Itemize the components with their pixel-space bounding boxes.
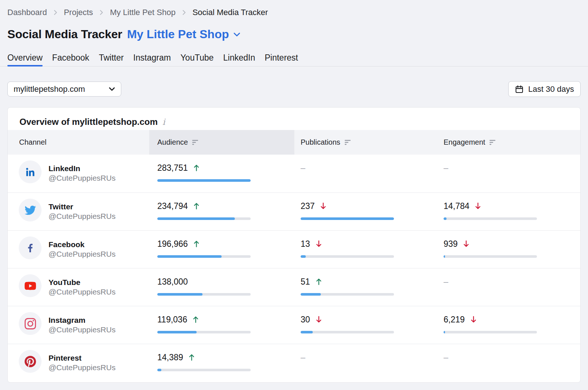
channel-handle[interactable]: @CutePuppiesRUs — [49, 325, 115, 334]
table-row: YouTube@CutePuppiesRUs138,00051– — [8, 268, 580, 306]
facebook-icon — [25, 242, 36, 254]
audience-bar — [157, 293, 251, 296]
table-body: LinkedIn@CutePuppiesRUs283,751––Twitter@… — [8, 155, 580, 382]
tabs-bar: OverviewFacebookTwitterInstagramYouTubeL… — [0, 53, 588, 66]
twitter-icon — [25, 205, 36, 216]
overview-card: Overview of mylittlepetshop.com i Channe… — [7, 107, 581, 383]
audience-bar — [157, 255, 251, 258]
breadcrumb: DashboardProjectsMy Little Pet ShopSocia… — [7, 0, 581, 17]
channel-avatar — [19, 350, 42, 373]
audience-value: 234,794 — [157, 201, 188, 211]
table-row: LinkedIn@CutePuppiesRUs283,751–– — [8, 155, 580, 192]
date-range-label: Last 30 days — [528, 84, 574, 94]
trend-down-icon — [463, 240, 469, 248]
date-range-button[interactable]: Last 30 days — [508, 81, 581, 97]
audience-value: 119,036 — [157, 315, 187, 325]
publications-value: 13 — [301, 239, 310, 249]
audience-value: 14,389 — [157, 353, 183, 362]
engagement-value: 6,219 — [444, 315, 465, 325]
project-name: My Little Pet Shop — [127, 28, 229, 41]
domain-select-value: mylittlepetshop.com — [14, 84, 85, 94]
channel-name: LinkedIn — [49, 164, 115, 173]
column-header-audience[interactable]: Audience — [149, 130, 294, 155]
sort-icon — [192, 140, 199, 145]
sort-icon — [490, 140, 496, 145]
breadcrumb-item[interactable]: Dashboard — [7, 8, 47, 17]
page-title: Social Media Tracker — [7, 28, 122, 41]
engagement-value: 939 — [444, 239, 458, 249]
breadcrumb-separator-icon — [100, 10, 103, 15]
tab-pinterest[interactable]: Pinterest — [265, 53, 298, 66]
engagement-empty: – — [444, 353, 448, 362]
breadcrumb-item[interactable]: My Little Pet Shop — [110, 8, 176, 17]
channel-name: YouTube — [49, 278, 115, 287]
trend-up-icon — [193, 202, 200, 210]
channel-handle[interactable]: @CutePuppiesRUs — [49, 249, 115, 259]
column-header-channel: Channel — [8, 130, 149, 155]
domain-select[interactable]: mylittlepetshop.com — [7, 82, 121, 97]
publications-bar — [301, 255, 394, 258]
tab-linkedin[interactable]: LinkedIn — [223, 53, 255, 66]
tab-overview[interactable]: Overview — [7, 53, 43, 66]
table-row: Twitter@CutePuppiesRUs234,79423714,784 — [8, 192, 580, 230]
project-selector[interactable]: My Little Pet Shop — [127, 28, 240, 41]
channel-avatar — [19, 236, 42, 259]
publications-value: 30 — [301, 315, 310, 325]
column-header-engagement[interactable]: Engagement — [440, 130, 580, 155]
publications-value: 51 — [301, 277, 310, 287]
breadcrumb-separator-icon — [182, 10, 186, 15]
channel-name: Pinterest — [49, 353, 115, 363]
audience-bar — [157, 369, 251, 371]
engagement-bar — [444, 217, 537, 220]
channel-handle[interactable]: @CutePuppiesRUs — [49, 173, 115, 183]
channel-handle[interactable]: @CutePuppiesRUs — [49, 363, 115, 372]
channel-avatar — [19, 312, 42, 335]
breadcrumb-item[interactable]: Projects — [64, 8, 93, 17]
channel-avatar — [19, 274, 42, 297]
sort-icon — [345, 140, 351, 145]
audience-value: 283,751 — [157, 163, 188, 173]
channel-avatar — [19, 160, 42, 183]
linkedin-icon — [25, 166, 36, 178]
channel-handle[interactable]: @CutePuppiesRUs — [49, 287, 115, 296]
trend-down-icon — [316, 316, 322, 323]
card-title: Overview of mylittlepetshop.com — [19, 117, 158, 127]
chevron-down-icon — [233, 32, 240, 37]
tab-twitter[interactable]: Twitter — [99, 53, 124, 66]
audience-value: 196,966 — [157, 239, 188, 249]
trend-up-icon — [193, 164, 200, 171]
tab-instagram[interactable]: Instagram — [133, 53, 171, 66]
channel-name: Facebook — [49, 240, 115, 249]
youtube-icon — [25, 280, 36, 292]
channel-handle[interactable]: @CutePuppiesRUs — [49, 212, 115, 221]
engagement-bar — [444, 255, 537, 258]
tab-facebook[interactable]: Facebook — [52, 53, 89, 66]
trend-up-icon — [193, 316, 199, 323]
publications-empty: – — [301, 163, 305, 173]
channel-name: Twitter — [49, 202, 115, 212]
info-icon[interactable]: i — [162, 117, 165, 127]
trend-down-icon — [316, 240, 322, 248]
tab-youtube[interactable]: YouTube — [180, 53, 214, 66]
instagram-icon — [25, 318, 36, 329]
audience-value: 138,000 — [157, 277, 188, 287]
trend-down-icon — [320, 202, 326, 210]
calendar-icon — [515, 85, 524, 94]
table-row: Instagram@CutePuppiesRUs119,036306,219 — [8, 306, 580, 344]
publications-bar — [301, 331, 394, 333]
channel-avatar — [19, 199, 42, 221]
pinterest-icon — [25, 356, 36, 367]
column-header-publications[interactable]: Publications — [294, 130, 440, 155]
trend-down-icon — [475, 202, 481, 210]
page: DashboardProjectsMy Little Pet ShopSocia… — [0, 0, 588, 383]
publications-value: 237 — [301, 201, 315, 211]
channel-name: Instagram — [49, 315, 115, 325]
table-row: Pinterest@CutePuppiesRUs14,389–– — [8, 344, 580, 382]
trend-up-icon — [316, 278, 322, 285]
trend-up-icon — [193, 240, 200, 248]
table-row: Facebook@CutePuppiesRUs196,96613939 — [8, 230, 580, 268]
audience-bar — [157, 179, 251, 182]
trend-up-icon — [189, 354, 195, 361]
audience-bar — [157, 331, 251, 333]
publications-empty: – — [301, 353, 305, 362]
